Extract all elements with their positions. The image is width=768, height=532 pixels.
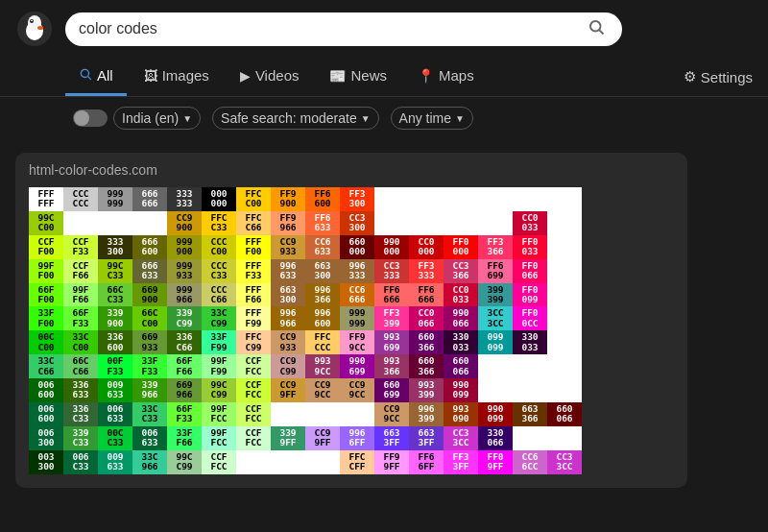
- color-cell[interactable]: 330033: [444, 330, 478, 354]
- color-cell[interactable]: CC0000: [409, 235, 444, 259]
- color-cell[interactable]: CC9C99: [271, 354, 305, 378]
- color-cell[interactable]: 990066: [444, 306, 478, 330]
- color-cell[interactable]: FF0000: [444, 235, 478, 259]
- color-cell[interactable]: 009633: [98, 450, 132, 474]
- color-cell[interactable]: 006600: [29, 378, 63, 402]
- color-cell[interactable]: 330033: [513, 330, 547, 354]
- color-cell[interactable]: 399399: [478, 283, 513, 307]
- color-cell[interactable]: 006633: [98, 402, 132, 426]
- region-toggle[interactable]: [73, 109, 108, 127]
- color-cell[interactable]: CC99CC: [340, 378, 374, 402]
- color-cell[interactable]: 006633: [132, 426, 167, 450]
- result-domain[interactable]: html-color-codes.com: [15, 153, 687, 183]
- color-cell[interactable]: CCFF66: [63, 259, 98, 283]
- color-cell[interactable]: 99CC33: [98, 259, 132, 283]
- color-cell[interactable]: 00CC33: [98, 426, 132, 450]
- time-dropdown[interactable]: Any time ▼: [391, 107, 473, 130]
- color-cell[interactable]: 993366: [374, 354, 409, 378]
- color-cell[interactable]: 003300: [29, 450, 63, 474]
- color-cell[interactable]: FF99FF: [374, 450, 409, 474]
- color-cell[interactable]: 660699: [374, 378, 409, 402]
- color-cell[interactable]: 3399FF: [271, 426, 305, 450]
- color-cell[interactable]: 996333: [340, 259, 374, 283]
- color-cell[interactable]: 996633: [271, 259, 305, 283]
- color-cell[interactable]: 663300: [305, 259, 340, 283]
- color-cell[interactable]: 00CC00: [29, 330, 63, 354]
- color-cell[interactable]: 663300: [271, 283, 305, 307]
- color-cell[interactable]: 333300: [98, 235, 132, 259]
- color-cell[interactable]: 666600: [132, 235, 167, 259]
- color-cell[interactable]: 99CC99: [167, 450, 202, 474]
- color-cell[interactable]: 993699: [374, 330, 409, 354]
- color-cell[interactable]: CC9933: [271, 330, 305, 354]
- color-cell[interactable]: 33FF33: [132, 354, 167, 378]
- color-cell[interactable]: CCCC33: [202, 259, 236, 283]
- color-cell[interactable]: 990099: [478, 402, 513, 426]
- color-cell[interactable]: 660066: [444, 354, 478, 378]
- color-cell[interactable]: 669900: [132, 283, 167, 307]
- color-cell[interactable]: FF9966: [271, 211, 305, 235]
- color-cell[interactable]: CCFF00: [29, 235, 63, 259]
- color-cell[interactable]: FFFF00: [236, 235, 271, 259]
- color-cell[interactable]: 336C66: [167, 330, 202, 354]
- color-cell[interactable]: CCCCCC: [63, 187, 98, 211]
- color-cell[interactable]: 66CC33: [98, 283, 132, 307]
- color-cell[interactable]: CC3333: [374, 259, 409, 283]
- color-cell[interactable]: CC33CC: [547, 450, 582, 474]
- color-cell[interactable]: 336600: [98, 330, 132, 354]
- color-cell[interactable]: 33CC00: [63, 330, 98, 354]
- color-cell[interactable]: 33CC66: [29, 354, 63, 378]
- color-cell[interactable]: 00FF33: [98, 354, 132, 378]
- color-cell[interactable]: FFFFFF: [29, 187, 63, 211]
- color-cell[interactable]: 999999: [340, 306, 374, 330]
- color-cell[interactable]: FF09FF: [478, 450, 513, 474]
- search-input[interactable]: [79, 20, 584, 37]
- color-cell[interactable]: CCCC00: [202, 235, 236, 259]
- color-cell[interactable]: 996366: [305, 283, 340, 307]
- nav-item-all[interactable]: All: [65, 58, 127, 96]
- color-cell[interactable]: FF00CC: [513, 306, 547, 330]
- color-cell[interactable]: FF0066: [513, 259, 547, 283]
- color-cell[interactable]: CC33CC: [444, 426, 478, 450]
- color-cell[interactable]: FF3333: [409, 259, 444, 283]
- color-cell[interactable]: 993090: [444, 402, 478, 426]
- color-cell[interactable]: 33FF66: [167, 426, 202, 450]
- color-cell[interactable]: CCCC66: [202, 283, 236, 307]
- color-cell[interactable]: FFCC00: [236, 187, 271, 211]
- color-cell[interactable]: 66FF33: [63, 306, 98, 330]
- color-cell[interactable]: 9966FF: [340, 426, 374, 450]
- color-cell[interactable]: 666666: [132, 187, 167, 211]
- color-cell[interactable]: 33CC99: [202, 306, 236, 330]
- color-cell[interactable]: 006600: [29, 402, 63, 426]
- nav-item-videos[interactable]: ▶ Videos: [227, 58, 313, 96]
- color-cell[interactable]: 99FFCC: [202, 402, 236, 426]
- color-cell[interactable]: 9939CC: [305, 354, 340, 378]
- color-cell[interactable]: 990000: [374, 235, 409, 259]
- color-cell[interactable]: 99FF99: [202, 354, 236, 378]
- color-cell[interactable]: 999966: [167, 283, 202, 307]
- color-cell[interactable]: 663366: [513, 402, 547, 426]
- color-cell[interactable]: CC99FF: [305, 426, 340, 450]
- color-cell[interactable]: FF6633: [305, 211, 340, 235]
- color-cell[interactable]: FFCC66: [236, 211, 271, 235]
- color-cell[interactable]: FF9900: [271, 187, 305, 211]
- color-cell[interactable]: 6633FF: [374, 426, 409, 450]
- color-cell[interactable]: FF6600: [305, 187, 340, 211]
- region-dropdown[interactable]: India (en) ▼: [113, 107, 201, 130]
- color-cell[interactable]: 000000: [202, 187, 236, 211]
- color-cell[interactable]: FF33FF: [444, 450, 478, 474]
- color-cell[interactable]: CC99FF: [271, 378, 305, 402]
- color-cell[interactable]: 333333: [167, 187, 202, 211]
- color-cell[interactable]: 999999: [98, 187, 132, 211]
- color-cell[interactable]: 660366: [409, 330, 444, 354]
- color-cell[interactable]: CC0033: [444, 283, 478, 307]
- color-cell[interactable]: FF66FF: [409, 450, 444, 474]
- color-cell[interactable]: 3CC3CC: [478, 306, 513, 330]
- color-cell[interactable]: 006C33: [63, 450, 98, 474]
- color-cell[interactable]: 336C33: [63, 402, 98, 426]
- color-cell[interactable]: 993399: [409, 378, 444, 402]
- color-cell[interactable]: FFFF99: [236, 306, 271, 330]
- nav-item-news[interactable]: 📰 News: [316, 58, 400, 96]
- color-cell[interactable]: FF6666: [374, 283, 409, 307]
- color-cell[interactable]: 339900: [98, 306, 132, 330]
